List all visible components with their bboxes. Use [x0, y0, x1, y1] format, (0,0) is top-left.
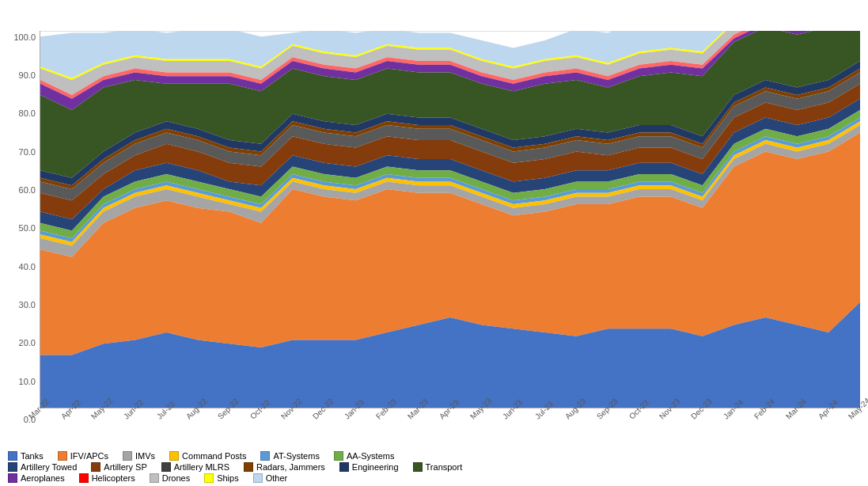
legend-color-swatch [8, 473, 17, 483]
legend-label: Radars, Jammers [256, 462, 325, 472]
legend-label: Artillery SP [104, 462, 146, 472]
legend-color-swatch [79, 473, 89, 483]
stacked-chart [40, 31, 860, 408]
legend-color-swatch [253, 473, 263, 483]
legend-item: IMVs [123, 451, 155, 461]
legend-label: IMVs [135, 451, 155, 461]
legend-color-swatch [339, 462, 349, 472]
y-axis-label: 20.0 [19, 338, 36, 347]
legend-item: Ships [204, 473, 239, 483]
legend-color-swatch [244, 462, 253, 472]
legend-color-swatch [8, 451, 17, 461]
legend-color-swatch [161, 462, 171, 472]
y-axis-label: 30.0 [19, 300, 36, 309]
y-axis: 100.090.080.070.060.050.040.030.020.010.… [8, 31, 40, 448]
chart-title [8, 8, 860, 25]
legend-label: Artillery Towed [21, 462, 77, 472]
y-axis-label: 60.0 [19, 185, 36, 195]
chart-area: 100.090.080.070.060.050.040.030.020.010.… [8, 31, 860, 448]
legend-label: Artillery MLRS [174, 462, 229, 472]
legend-color-swatch [150, 473, 159, 483]
legend-color-swatch [91, 462, 100, 472]
y-axis-label: 80.0 [19, 108, 36, 118]
y-axis-label: 100.0 [13, 32, 36, 42]
legend-label: Aeroplanes [21, 473, 65, 483]
legend-label: Helicopters [92, 473, 135, 483]
legend-label: AT-Systems [273, 451, 319, 461]
legend-color-swatch [260, 451, 270, 461]
legend-item: IFV/APCs [58, 451, 108, 461]
chart-container: 100.090.080.070.060.050.040.030.020.010.… [0, 0, 868, 486]
legend-item: Artillery Towed [8, 462, 77, 472]
legend-item: Artillery MLRS [161, 462, 229, 472]
legend-label: IFV/APCs [70, 451, 108, 461]
legend-item: Engineering [339, 462, 399, 472]
y-axis-label: 90.0 [19, 70, 36, 80]
legend-item: Drones [150, 473, 190, 483]
legend-color-swatch [169, 451, 179, 461]
legend-color-swatch [8, 462, 17, 472]
legend-item: Artillery SP [91, 462, 146, 472]
legend-label: Drones [162, 473, 190, 483]
legend-color-swatch [334, 451, 343, 461]
legend-label: Other [266, 473, 288, 483]
chart-right: Mar-22Apr-22May-22Jun-22Jul-22Aug-22Sep-… [40, 31, 860, 448]
legend-label: Command Posts [182, 451, 246, 461]
legend-item: AT-Systems [260, 451, 319, 461]
legend-item: Tanks [8, 451, 44, 461]
legend-label: Ships [217, 473, 239, 483]
y-axis-label: 10.0 [19, 377, 36, 386]
legend-color-swatch [413, 462, 423, 472]
y-axis-label: 50.0 [19, 223, 36, 233]
y-axis-label: 40.0 [19, 262, 36, 271]
legend-label: Engineering [352, 462, 399, 472]
legend-item: Aeroplanes [8, 473, 65, 483]
legend-color-swatch [204, 473, 214, 483]
legend-item: Command Posts [169, 451, 246, 461]
legend-label: AA-Systems [347, 451, 395, 461]
y-axis-label: 70.0 [19, 147, 36, 157]
legend-item: Transport [413, 462, 463, 472]
legend-label: Tanks [21, 451, 44, 461]
legend-item: Radars, Jammers [244, 462, 325, 472]
legend: TanksIFV/APCsIMVsCommand PostsAT-Systems… [8, 448, 860, 486]
legend-color-swatch [123, 451, 132, 461]
legend-item: Other [253, 473, 288, 483]
x-axis: Mar-22Apr-22May-22Jun-22Jul-22Aug-22Sep-… [40, 408, 860, 448]
legend-color-swatch [58, 451, 67, 461]
legend-label: Transport [426, 462, 463, 472]
legend-item: AA-Systems [334, 451, 395, 461]
legend-item: Helicopters [79, 473, 135, 483]
